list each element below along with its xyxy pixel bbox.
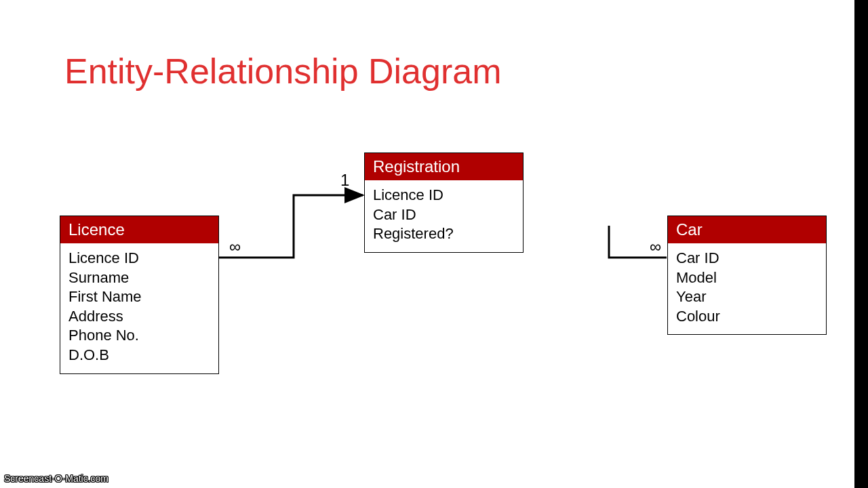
connector-car-side bbox=[607, 224, 671, 264]
connector-licence-registration bbox=[219, 183, 368, 264]
entity-attr: Car ID bbox=[373, 205, 515, 225]
entity-attr: Surname bbox=[68, 268, 210, 288]
entity-licence: Licence Licence ID Surname First Name Ad… bbox=[60, 216, 219, 374]
entity-registration-body: Licence ID Car ID Registered? bbox=[365, 180, 523, 252]
entity-attr: Car ID bbox=[676, 249, 818, 268]
entity-car-body: Car ID Model Year Colour bbox=[668, 243, 826, 334]
cardinality-licence: ∞ bbox=[229, 237, 241, 256]
entity-attr: Licence ID bbox=[373, 186, 515, 205]
cardinality-car: ∞ bbox=[650, 237, 661, 256]
page-title: Entity-Relationship Diagram bbox=[64, 51, 502, 92]
entity-attr: Registered? bbox=[373, 224, 515, 244]
entity-car-header: Car bbox=[668, 216, 826, 243]
window-border-right bbox=[854, 0, 868, 488]
entity-attr: Phone No. bbox=[68, 326, 210, 346]
entity-attr: First Name bbox=[68, 287, 210, 307]
watermark: Screencast-O-Matic.com bbox=[4, 473, 108, 484]
entity-attr: D.O.B bbox=[68, 346, 210, 365]
entity-attr: Colour bbox=[676, 307, 818, 327]
entity-attr: Model bbox=[676, 268, 818, 288]
entity-licence-body: Licence ID Surname First Name Address Ph… bbox=[60, 243, 218, 373]
entity-attr: Address bbox=[68, 307, 210, 327]
entity-attr: Licence ID bbox=[68, 249, 210, 268]
cardinality-registration: 1 bbox=[340, 171, 349, 190]
entity-car: Car Car ID Model Year Colour bbox=[667, 216, 827, 335]
entity-licence-header: Licence bbox=[60, 216, 218, 243]
entity-attr: Year bbox=[676, 287, 818, 307]
entity-registration-header: Registration bbox=[365, 153, 523, 180]
entity-registration: Registration Licence ID Car ID Registere… bbox=[364, 152, 524, 253]
